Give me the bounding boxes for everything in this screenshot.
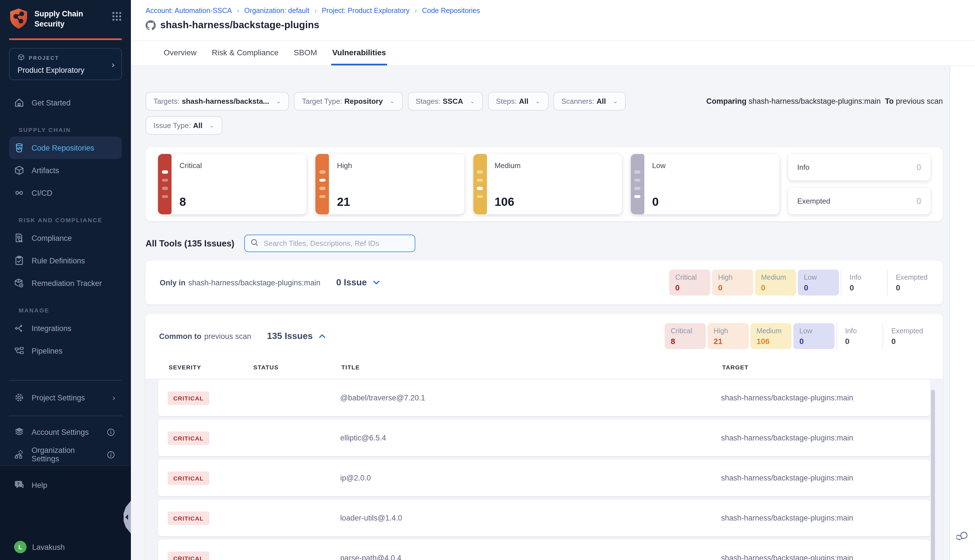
- chip-high[interactable]: High 0: [712, 270, 753, 295]
- chevron-down-icon: ⌄: [470, 98, 475, 105]
- right-rail: [950, 66, 975, 560]
- chip-low[interactable]: Low 0: [798, 270, 839, 295]
- chip-critical[interactable]: Critical 8: [664, 323, 706, 349]
- table-row[interactable]: CRITICAL parse-path@4.0.4 shash-harness/…: [158, 540, 930, 560]
- breadcrumb-code-repositories[interactable]: Code Repositories: [422, 7, 480, 15]
- common-label: Common to previous scan: [159, 332, 251, 340]
- table-row[interactable]: CRITICAL ip@2.0.0 shash-harness/backstag…: [158, 460, 930, 496]
- severity-badge: CRITICAL: [168, 431, 209, 445]
- scrollbar[interactable]: [931, 390, 935, 560]
- tab-overview[interactable]: Overview: [162, 41, 198, 65]
- search-input[interactable]: [263, 238, 409, 248]
- issue-title: loader-utils@1.4.0: [340, 514, 721, 522]
- sidebar-item-remediation-tracker[interactable]: Remediation Tracker: [9, 272, 122, 294]
- sidebar-item-pipelines[interactable]: Pipelines: [9, 340, 122, 362]
- severity-card-critical[interactable]: Critical 8: [158, 154, 307, 214]
- sidebar-item-cicd[interactable]: CI/CD: [9, 182, 122, 204]
- sidebar-item-compliance[interactable]: Compliance: [9, 227, 122, 249]
- chip-medium[interactable]: Medium 106: [750, 323, 791, 349]
- chevron-down-icon: ⌄: [613, 98, 618, 105]
- common-count: 135 Issues: [267, 331, 313, 341]
- severity-card-medium[interactable]: Medium 106: [473, 154, 622, 214]
- sidebar-item-rule-definitions[interactable]: Rule Definitions: [9, 249, 122, 272]
- filter-steps[interactable]: Steps: All ⌄: [488, 92, 548, 110]
- layers-gear-icon: [14, 427, 24, 437]
- chip-high[interactable]: High 21: [707, 323, 748, 349]
- chip-info[interactable]: Info 0: [836, 323, 882, 349]
- severity-bar-icon: [473, 154, 487, 214]
- table-row[interactable]: CRITICAL @babel/traverse@7.20.1 shash-ha…: [158, 380, 930, 416]
- sidebar-item-organization-settings[interactable]: Organization Settings: [9, 443, 122, 466]
- sidebar-item-help[interactable]: ? Help: [9, 474, 122, 496]
- sidebar-item-label: Organization Settings: [32, 446, 99, 463]
- chat-bubbles-icon[interactable]: [957, 530, 969, 545]
- chip-info[interactable]: Info 0: [840, 270, 887, 295]
- chip-medium[interactable]: Medium 0: [755, 270, 796, 295]
- user-name: Lavakush: [32, 543, 65, 551]
- tab-vulnerabilities[interactable]: Vulnerabilities: [331, 41, 387, 65]
- project-label: PROJECT: [29, 55, 59, 61]
- module-grid-icon[interactable]: [112, 8, 122, 24]
- severity-card-high[interactable]: High 21: [316, 154, 464, 214]
- breadcrumb-project[interactable]: Project: Product Exploratory: [322, 7, 409, 15]
- only-in-count: 0 Issue: [336, 277, 367, 288]
- info-icon[interactable]: [107, 450, 115, 459]
- filter-issue-type[interactable]: Issue Type: All ⌄: [145, 116, 222, 135]
- cube-icon: [17, 53, 25, 63]
- box-icon: [14, 165, 24, 175]
- filter-target-type[interactable]: Target Type: Repository ⌄: [294, 92, 402, 110]
- filter-targets[interactable]: Targets: shash-harness/backsta... ⌄: [145, 92, 289, 110]
- chevron-down-icon[interactable]: [372, 278, 380, 287]
- issue-search[interactable]: [245, 235, 416, 252]
- sidebar-item-account-settings[interactable]: Account Settings: [9, 421, 122, 443]
- table-row[interactable]: CRITICAL elliptic@6.5.4 shash-harness/ba…: [158, 420, 930, 456]
- chip-low[interactable]: Low 0: [793, 323, 834, 349]
- column-severity: SEVERITY: [169, 364, 253, 370]
- filter-stages[interactable]: Stages: SSCA ⌄: [407, 92, 483, 110]
- sidebar-item-project-settings[interactable]: Project Settings ›: [9, 386, 122, 409]
- accent-divider: [9, 38, 122, 40]
- breadcrumb-account[interactable]: Account: Automation-SSCA: [145, 7, 232, 15]
- severity-card-info[interactable]: Info 0: [788, 154, 930, 180]
- common-severity-chips: Critical 8 High 21 Medium 106: [663, 323, 929, 349]
- chevron-right-icon: ›: [237, 7, 239, 15]
- table-row[interactable]: CRITICAL loader-utils@1.4.0 shash-harnes…: [158, 500, 930, 536]
- sidebar-item-label: Remediation Tracker: [32, 279, 102, 287]
- issue-title: elliptic@6.5.4: [340, 434, 721, 442]
- infinity-icon: [14, 188, 24, 198]
- sidebar-item-code-repositories[interactable]: Code Repositories: [9, 137, 122, 159]
- sidebar-item-label: Account Settings: [32, 428, 89, 436]
- sidebar-footer: ? Help L Lavakush: [0, 465, 131, 560]
- chip-exempted[interactable]: Exempted 0: [887, 270, 934, 295]
- sidebar-item-label: Pipelines: [32, 347, 63, 355]
- severity-badge: CRITICAL: [168, 511, 209, 525]
- chevron-down-icon: ⌄: [535, 98, 540, 105]
- sidebar-item-get-started[interactable]: Get Started: [9, 92, 122, 114]
- info-icon[interactable]: [107, 428, 115, 436]
- chevron-down-icon: ⌄: [390, 98, 395, 105]
- sidebar-collapse-handle[interactable]: [123, 501, 131, 533]
- column-target: TARGET: [722, 364, 929, 370]
- filter-scanners[interactable]: Scanners: All ⌄: [553, 92, 626, 110]
- main-area: Account: Automation-SSCA › Organization:…: [131, 0, 975, 560]
- tab-bar: Overview Risk & Compliance SBOM Vulnerab…: [131, 41, 975, 66]
- severity-card-low[interactable]: Low 0: [631, 154, 780, 214]
- sidebar-item-label: Get Started: [32, 98, 70, 107]
- chip-exempted[interactable]: Exempted 0: [882, 323, 929, 349]
- sidebar-item-label: Compliance: [32, 234, 72, 242]
- svg-text:?: ?: [17, 482, 20, 486]
- project-selector[interactable]: PROJECT Product Exploratory ›: [9, 48, 122, 80]
- search-icon: [251, 238, 259, 248]
- home-icon: [14, 98, 24, 108]
- severity-card-exempted[interactable]: Exempted 0: [788, 188, 930, 214]
- chip-critical[interactable]: Critical 0: [669, 270, 710, 295]
- sidebar-item-artifacts[interactable]: Artifacts: [9, 159, 122, 182]
- breadcrumb-organization[interactable]: Organization: default: [244, 7, 309, 15]
- table-header: SEVERITY STATUS TITLE TARGET: [159, 364, 929, 370]
- chevron-up-icon[interactable]: [319, 332, 326, 340]
- sidebar-item-integrations[interactable]: Integrations: [9, 317, 122, 340]
- user-menu[interactable]: L Lavakush: [9, 538, 65, 555]
- tab-sbom[interactable]: SBOM: [292, 41, 318, 65]
- tab-risk-compliance[interactable]: Risk & Compliance: [211, 41, 280, 65]
- box-wrench-icon: [14, 278, 24, 288]
